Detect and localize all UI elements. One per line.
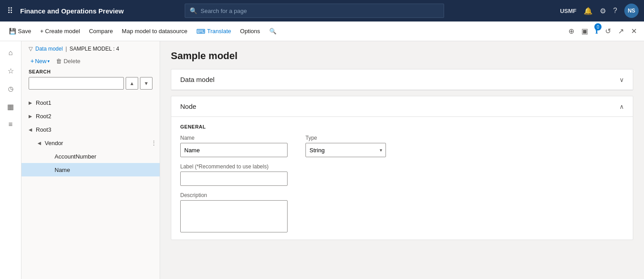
label-field-group: Label (*Recommended to use labels) xyxy=(180,163,288,186)
breadcrumb-separator: | xyxy=(65,46,67,52)
environment-label: USMF xyxy=(560,8,576,14)
notification-icon[interactable]: 🔔 xyxy=(584,7,593,15)
tree-label-accountnumber: AccountNumber xyxy=(55,153,96,160)
favorites-icon[interactable]: ☆ xyxy=(3,63,19,79)
delete-icon: 🗑 xyxy=(56,58,62,64)
toolbar: 💾 Save + Create model Compare Map model … xyxy=(0,21,644,41)
node-header[interactable]: Node ∧ xyxy=(171,96,633,117)
save-icon: 💾 xyxy=(9,28,16,34)
close-icon[interactable]: ✕ xyxy=(629,25,639,37)
expand-icon-root3[interactable]: ◀ xyxy=(27,126,34,133)
breadcrumb-data-model[interactable]: Data model xyxy=(35,46,63,52)
tree-label-name: Name xyxy=(55,167,70,173)
data-model-header[interactable]: Data model ∨ xyxy=(171,69,633,90)
badge-wrapper: ℹ 0 xyxy=(593,25,600,37)
options-button[interactable]: Options xyxy=(237,26,264,36)
home-icon[interactable]: ⌂ xyxy=(3,45,19,61)
search-icon: 🔍 xyxy=(190,7,197,14)
toolbar-right-actions: ⊕ ▣ ℹ 0 ↺ ↗ ✕ xyxy=(567,25,639,37)
data-model-title: Data model xyxy=(180,76,215,83)
label-input[interactable] xyxy=(180,172,288,186)
expand-icon-root2[interactable]: ▶ xyxy=(27,112,34,120)
data-model-section: Data model ∨ xyxy=(171,69,633,90)
layout-icon[interactable]: ▣ xyxy=(580,25,590,37)
search-row: ▲ ▼ xyxy=(29,77,153,90)
global-search[interactable]: 🔍 xyxy=(185,4,444,18)
name-label: Name xyxy=(180,135,288,141)
help-icon[interactable]: ? xyxy=(613,7,617,15)
tree-search-input[interactable] xyxy=(29,77,124,90)
expand-icon-root1[interactable]: ▶ xyxy=(27,99,34,106)
type-select[interactable]: String Integer Real Date DateTime Boolea… xyxy=(305,143,386,157)
tree-label-vendor: Vendor xyxy=(45,140,63,146)
avatar[interactable]: NS xyxy=(624,4,639,18)
open-new-icon[interactable]: ↗ xyxy=(616,25,626,37)
list-icon[interactable]: ≡ xyxy=(3,116,19,133)
node-chevron[interactable]: ∧ xyxy=(619,103,624,110)
tree-search-section: SEARCH ▲ ▼ xyxy=(21,69,160,94)
name-input[interactable] xyxy=(180,143,288,157)
tree-item-root3[interactable]: ◀ Root3 xyxy=(21,123,160,136)
data-model-chevron[interactable]: ∨ xyxy=(619,76,624,83)
page-title: Sample model xyxy=(171,50,633,62)
tree-item-accountnumber[interactable]: ▶ AccountNumber xyxy=(21,150,160,163)
general-label: GENERAL xyxy=(180,124,624,129)
label-field-label: Label (*Recommended to use labels) xyxy=(180,163,288,170)
type-label: Type xyxy=(305,135,413,141)
top-nav-right: USMF 🔔 ⚙ ? NS xyxy=(560,4,639,18)
tree-label-root2: Root2 xyxy=(36,113,51,120)
tree-toolbar: + New ▾ 🗑 Delete xyxy=(21,55,160,69)
map-model-button[interactable]: Map model to datasource xyxy=(118,26,191,36)
connect-icon[interactable]: ⊕ xyxy=(567,25,576,37)
description-label: Description xyxy=(180,192,288,198)
tree-item-root1[interactable]: ▶ Root1 xyxy=(21,96,160,109)
node-title: Node xyxy=(180,103,196,110)
save-button[interactable]: 💾 Save xyxy=(5,26,35,36)
workspace-icon[interactable]: ▦ xyxy=(3,99,19,115)
compare-button[interactable]: Compare xyxy=(85,26,116,36)
side-icon-bar: ⌂ ☆ ◷ ▦ ≡ xyxy=(0,41,21,279)
search-prev-button[interactable]: ▲ xyxy=(126,77,138,90)
translate-icon: ⌨ xyxy=(196,28,205,35)
filter-icon[interactable]: ▽ xyxy=(29,46,33,52)
search-toolbar-button[interactable]: 🔍 xyxy=(266,26,280,36)
delete-button[interactable]: 🗑 Delete xyxy=(54,57,82,65)
tree-item-vendor[interactable]: ◀ Vendor ⋮ xyxy=(21,136,160,150)
breadcrumb-sample-model: SAMPLE MODEL : 4 xyxy=(70,46,119,52)
plus-icon: + xyxy=(30,57,34,64)
tree-label-root3: Root3 xyxy=(36,126,51,133)
search-label: SEARCH xyxy=(29,69,153,74)
new-button[interactable]: + New ▾ xyxy=(29,56,51,65)
node-body: GENERAL Name Label (*Recommended to use … xyxy=(171,117,633,240)
search-next-button[interactable]: ▼ xyxy=(140,77,153,90)
top-navigation: ⠿ Finance and Operations Preview 🔍 USMF … xyxy=(0,0,644,21)
refresh-icon[interactable]: ↺ xyxy=(603,25,613,37)
settings-icon[interactable]: ⚙ xyxy=(600,7,606,15)
tree-item-root2[interactable]: ▶ Root2 xyxy=(21,109,160,123)
notification-badge: 0 xyxy=(594,23,602,30)
breadcrumb: ▽ Data model | SAMPLE MODEL : 4 xyxy=(21,41,160,55)
new-dropdown-icon[interactable]: ▾ xyxy=(47,59,50,64)
main-content: Sample model Data model ∨ Node ∧ GENERAL xyxy=(160,41,644,279)
tree-content: ▶ Root1 ▶ Root2 ◀ Root3 ◀ Vendor ⋮ ▶ xyxy=(21,94,160,279)
search-input[interactable] xyxy=(201,8,439,14)
tree-item-name[interactable]: ▶ Name xyxy=(21,163,160,176)
grid-icon[interactable]: ⠿ xyxy=(5,4,15,17)
tree-label-root1: Root1 xyxy=(36,99,51,106)
app-title: Finance and Operations Preview xyxy=(20,7,124,15)
description-field-group: Description xyxy=(180,192,288,232)
node-section: Node ∧ GENERAL Name Label (*Recommended … xyxy=(171,96,633,240)
recent-icon[interactable]: ◷ xyxy=(3,81,19,97)
type-select-wrapper: String Integer Real Date DateTime Boolea… xyxy=(305,143,386,157)
create-model-button[interactable]: + Create model xyxy=(37,26,84,36)
name-field-group: Name xyxy=(180,135,288,157)
drag-handle: ⋮ xyxy=(151,139,157,146)
description-textarea[interactable] xyxy=(180,200,288,232)
type-field-group: Type String Integer Real Date DateTime B… xyxy=(305,135,413,157)
tree-panel: ▽ Data model | SAMPLE MODEL : 4 + New ▾ … xyxy=(21,41,160,279)
main-layout: ⌂ ☆ ◷ ▦ ≡ ▽ Data model | SAMPLE MODEL : … xyxy=(0,41,644,279)
expand-icon-vendor[interactable]: ◀ xyxy=(36,139,43,146)
form-row-main: Name Label (*Recommended to use labels) … xyxy=(180,135,624,232)
translate-button[interactable]: ⌨ Translate xyxy=(193,26,235,37)
search-toolbar-icon: 🔍 xyxy=(269,28,276,34)
